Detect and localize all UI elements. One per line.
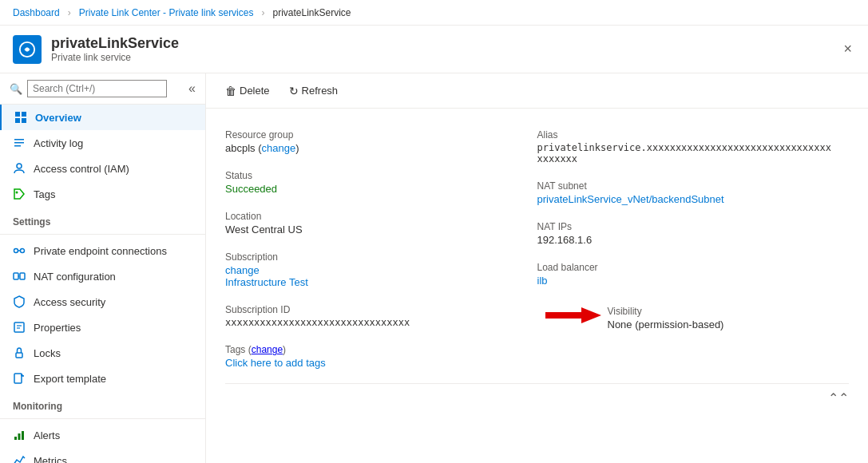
nat-ips-label: NAT IPs <box>537 221 837 232</box>
header-text: privateLinkService Private link service <box>51 35 179 63</box>
subscription-id-value: xxxxxxxxxxxxxxxxxxxxxxxxxxxxxxxx <box>225 317 525 328</box>
sidebar-item-access-security-label: Access security <box>34 296 105 308</box>
monitoring-section-label: Monitoring <box>0 391 205 415</box>
delete-icon: 🗑 <box>225 85 236 97</box>
breadcrumb-dashboard[interactable]: Dashboard <box>13 7 60 18</box>
locks-icon <box>13 346 26 359</box>
sidebar-item-locks[interactable]: Locks <box>0 340 205 366</box>
settings-section-label: Settings <box>0 207 205 231</box>
nat-ips-cell: NAT IPs 192.168.1.6 <box>537 213 850 254</box>
svg-rect-21 <box>14 374 22 383</box>
subscription-cell: Subscription change Infrastructure Test <box>225 243 537 296</box>
svg-rect-25 <box>18 433 21 440</box>
red-arrow-icon <box>537 304 601 326</box>
svg-rect-24 <box>14 437 17 440</box>
refresh-button[interactable]: ↻ Refresh <box>283 81 345 101</box>
sidebar-item-overview[interactable]: Overview <box>0 105 205 130</box>
nat-subnet-link[interactable]: privateLinkService_vNet/backendSubnet <box>537 193 724 205</box>
svg-point-12 <box>21 249 25 253</box>
subscription-id-cell: Subscription ID xxxxxxxxxxxxxxxxxxxxxxxx… <box>225 296 537 336</box>
refresh-label: Refresh <box>302 85 339 97</box>
alerts-icon <box>13 429 26 441</box>
main-layout: 🔍 « Overview Activity log <box>0 73 868 463</box>
sidebar-item-properties[interactable]: Properties <box>0 315 205 340</box>
sidebar-item-activity-log[interactable]: Activity log <box>0 130 205 156</box>
properties-icon <box>13 321 26 334</box>
sidebar-item-access-control[interactable]: Access control (IAM) <box>0 156 205 181</box>
svg-rect-14 <box>14 273 18 279</box>
svg-rect-4 <box>15 118 20 123</box>
sidebar-item-locks-label: Locks <box>34 347 61 359</box>
sidebar-item-nat-config[interactable]: NAT configuration <box>0 263 205 289</box>
private-endpoint-icon <box>13 244 26 257</box>
load-balancer-label: Load balancer <box>537 262 837 273</box>
sidebar-item-nat-label: NAT configuration <box>34 271 116 283</box>
visibility-label: Visibility <box>608 306 724 317</box>
toolbar: 🗑 Delete ↻ Refresh <box>206 73 868 109</box>
sidebar-item-access-security[interactable]: Access security <box>0 289 205 315</box>
sidebar-item-alerts[interactable]: Alerts <box>0 422 205 448</box>
nat-icon <box>13 270 26 283</box>
settings-divider <box>0 234 205 235</box>
sidebar-item-tags[interactable]: Tags <box>0 181 205 207</box>
nat-subnet-value: privateLinkService_vNet/backendSubnet <box>537 193 837 205</box>
subscription-id-label: Subscription ID <box>225 304 525 315</box>
svg-point-10 <box>16 192 18 194</box>
sidebar-item-export-template[interactable]: Export template <box>0 366 205 391</box>
subscription-name-value: Infrastructure Test <box>225 276 525 288</box>
svg-rect-3 <box>22 112 26 117</box>
status-label: Status <box>225 170 525 181</box>
nat-subnet-cell: NAT subnet privateLinkService_vNet/backe… <box>537 172 850 213</box>
delete-label: Delete <box>240 85 270 97</box>
sidebar-item-overview-label: Overview <box>35 112 81 124</box>
alias-label: Alias <box>537 129 837 140</box>
sidebar-item-metrics-label: Metrics <box>34 455 67 464</box>
resource-subtitle: Private link service <box>51 52 179 63</box>
subscription-name-link[interactable]: Infrastructure Test <box>225 276 308 288</box>
private-link-icon <box>18 41 36 58</box>
collapse-sidebar-icon[interactable]: « <box>188 81 196 96</box>
metrics-icon <box>13 454 26 463</box>
svg-rect-5 <box>22 118 26 123</box>
detail-left: Resource group abcpls (change) Status Su… <box>225 121 537 377</box>
breadcrumb-sep-1: › <box>68 7 71 18</box>
subscription-value: change <box>225 264 525 276</box>
tags-icon <box>13 188 26 200</box>
resource-group-label: Resource group <box>225 129 525 140</box>
resource-group-change-link[interactable]: change <box>262 142 296 154</box>
subscription-label: Subscription <box>225 251 525 263</box>
overview-icon <box>14 111 27 124</box>
sidebar-item-tags-label: Tags <box>34 188 55 200</box>
resource-group-value: abcpls (change) <box>225 142 525 154</box>
sidebar-item-metrics[interactable]: Metrics <box>0 448 205 463</box>
delete-button[interactable]: 🗑 Delete <box>219 81 276 101</box>
sidebar-item-private-endpoint[interactable]: Private endpoint connections <box>0 238 205 263</box>
svg-marker-27 <box>545 307 601 323</box>
svg-rect-2 <box>15 112 20 117</box>
load-balancer-cell: Load balancer ilb <box>537 254 850 295</box>
add-tags-link[interactable]: Click here to add tags <box>225 357 326 369</box>
breadcrumb: Dashboard › Private Link Center - Privat… <box>0 0 868 26</box>
tags-change-link[interactable]: change <box>252 344 283 355</box>
detail-area: Resource group abcpls (change) Status Su… <box>206 109 868 463</box>
tags-label: Tags (change) <box>225 344 525 355</box>
detail-right: Alias privatelinkservice.xxxxxxxxxxxxxxx… <box>537 121 850 377</box>
breadcrumb-private-link[interactable]: Private Link Center - Private link servi… <box>79 7 254 18</box>
sidebar-item-activity-log-label: Activity log <box>34 137 83 149</box>
svg-rect-17 <box>14 323 24 332</box>
resource-header: privateLinkService Private link service … <box>0 26 868 73</box>
subscription-change-link[interactable]: change <box>225 264 260 276</box>
location-cell: Location West Central US <box>225 203 537 243</box>
search-input[interactable] <box>27 80 167 97</box>
access-security-icon <box>13 295 26 308</box>
close-button[interactable]: × <box>840 38 855 61</box>
nat-subnet-label: NAT subnet <box>537 180 837 192</box>
sidebar-item-alerts-label: Alerts <box>34 429 60 441</box>
detail-grid: Resource group abcpls (change) Status Su… <box>225 121 849 377</box>
svg-rect-26 <box>22 431 24 440</box>
red-arrow-annotation <box>537 304 601 326</box>
load-balancer-link[interactable]: ilb <box>537 275 548 287</box>
load-balancer-value: ilb <box>537 275 837 287</box>
tags-add-link[interactable]: Click here to add tags <box>225 357 525 369</box>
collapse-detail-button[interactable]: ⌃⌃ <box>828 390 849 406</box>
